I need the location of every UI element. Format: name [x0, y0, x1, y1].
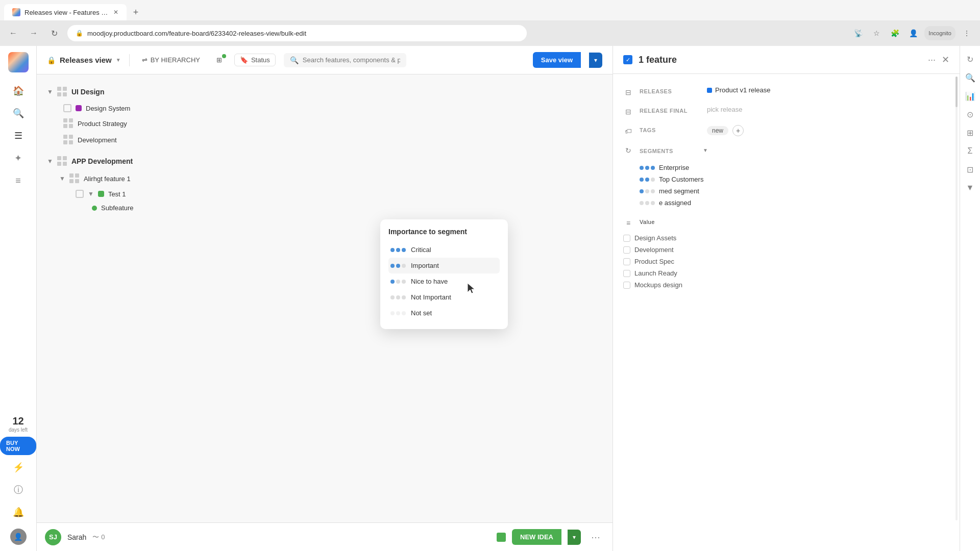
collapse-alirhgt[interactable]: ▼ — [59, 175, 65, 182]
view-dropdown-arrow[interactable]: ▼ — [116, 57, 121, 63]
back-button[interactable]: ← — [6, 26, 20, 40]
right-panel: ✓ 1 feature ··· ✕ ⊟ RELEASES Product v1 … — [612, 46, 960, 551]
filter-button[interactable]: ⊞ — [212, 54, 226, 66]
tab-favicon — [12, 8, 20, 16]
sidebar-item-search[interactable]: 🔍 — [8, 103, 29, 123]
importance-important-label: Important — [411, 262, 439, 269]
new-idea-dropdown-button[interactable]: ▾ — [568, 530, 581, 545]
hierarchy-button[interactable]: ⇌ BY HIERARCHY — [138, 54, 204, 66]
panel-scrollbar[interactable] — [955, 77, 958, 520]
status-button[interactable]: 🔖 Status — [234, 54, 276, 66]
new-tab-button[interactable]: + — [129, 5, 143, 19]
forward-button[interactable]: → — [27, 26, 41, 40]
feature-list-area: ▼ UI Design Design System — [37, 74, 612, 522]
save-view-dropdown-button[interactable]: ▾ — [589, 53, 602, 68]
sidebar-item-integrations[interactable]: ⚡ — [8, 457, 29, 478]
new-idea-button[interactable]: NEW IDEA — [512, 529, 561, 545]
tab-close-icon[interactable]: ✕ — [113, 9, 118, 16]
tag-badge-new[interactable]: new — [707, 126, 728, 135]
segment-enterprise: Enterprise — [640, 162, 949, 173]
importance-not-set-label: Not set — [411, 309, 432, 317]
importance-item-nice-to-have[interactable]: Nice to have — [388, 273, 500, 289]
right-sidebar-icon-dropdown[interactable]: ▼ — [963, 181, 977, 195]
panel-releases-value: Product v1 release — [707, 86, 770, 94]
sidebar-item-filter[interactable]: ≡ — [8, 170, 29, 191]
cast-icon[interactable]: 📡 — [851, 26, 865, 40]
sidebar-item-help[interactable]: ⓘ — [8, 480, 29, 500]
menu-icon[interactable]: ⋮ — [960, 26, 974, 40]
panel-release-final-row: ⊟ RELEASE FINAL pick release — [613, 102, 960, 121]
group-icon — [57, 87, 67, 97]
group-app-collapse-icon[interactable]: ▼ — [47, 158, 53, 165]
group-name-app-development: APP Development — [71, 157, 133, 165]
view-title: Releases view — [60, 56, 112, 64]
active-tab[interactable]: Releases view - Features | Produ... ✕ — [4, 4, 127, 20]
lock-icon: 🔒 — [47, 56, 56, 64]
search-bar[interactable]: 🔍 — [284, 53, 406, 67]
importance-item-critical[interactable]: Critical — [388, 242, 500, 258]
bottom-avatar[interactable]: SJ — [45, 529, 61, 545]
panel-scroll-area: ⊟ RELEASES Product v1 release ⊟ RELEASE … — [613, 74, 960, 551]
extensions-icon[interactable]: 🧩 — [888, 26, 902, 40]
panel-release-final-label: RELEASE FINAL — [640, 108, 701, 114]
sidebar-avatar[interactable]: 👤 — [10, 529, 27, 545]
segment-assigned: e assigned — [640, 197, 949, 209]
panel-checkbox[interactable]: ✓ — [623, 55, 632, 64]
panel-tags-icon: 🏷 — [623, 126, 633, 136]
right-sidebar-icon-1[interactable]: ↻ — [963, 52, 977, 66]
importance-dropdown[interactable]: Importance to segment Critical Important… — [380, 219, 508, 329]
notification-count: 0 — [101, 533, 105, 541]
right-sidebar-icon-2[interactable]: 🔍 — [963, 70, 977, 85]
value-list: Design Assets Development Product Spec L… — [613, 232, 960, 291]
right-sidebar-icon-4[interactable]: ⊙ — [963, 107, 977, 121]
importance-item-not-set[interactable]: Not set — [388, 305, 500, 321]
group-collapse-icon[interactable]: ▼ — [47, 88, 53, 95]
release-dot — [707, 88, 712, 93]
reload-button[interactable]: ↻ — [47, 26, 61, 40]
collapse-test1[interactable]: ▼ — [88, 190, 94, 197]
panel-segments-icon: ↻ — [623, 145, 633, 156]
value-item-launch-ready: Launch Ready — [613, 267, 960, 279]
segments-dropdown-arrow[interactable]: ▼ — [703, 147, 708, 153]
right-sidebar-icon-3[interactable]: 📊 — [963, 89, 977, 103]
right-sidebar-icon-5[interactable]: ⊞ — [963, 126, 977, 140]
tag-add-button[interactable]: + — [732, 125, 744, 136]
panel-release-final-value: pick release — [707, 106, 742, 113]
hierarchy-label: BY HIERARCHY — [151, 56, 200, 64]
panel-value-icon: ≡ — [623, 218, 633, 228]
browser-chrome: Releases view - Features | Produ... ✕ + … — [0, 0, 980, 46]
app-logo[interactable] — [8, 52, 29, 72]
url-bar[interactable]: 🔒 moodjoy.productboard.com/feature-board… — [67, 25, 527, 41]
panel-more-icon[interactable]: ··· — [928, 55, 936, 65]
value-item-development: Development — [613, 244, 960, 256]
checkbox-test1[interactable] — [76, 190, 84, 198]
bottom-more-icon[interactable]: ⋯ — [587, 532, 604, 543]
right-sidebar-icon-6[interactable]: Σ — [963, 144, 977, 158]
importance-item-important[interactable]: Important — [388, 258, 500, 273]
feature-name-design-system: Design System — [86, 105, 130, 112]
panel-release-final-icon: ⊟ — [623, 107, 633, 117]
save-view-button[interactable]: Save view — [533, 52, 581, 68]
right-sidebar-icon-7[interactable]: ⊡ — [963, 162, 977, 177]
bookmark-icon[interactable]: ☆ — [869, 26, 884, 40]
trial-unit: days left — [9, 427, 28, 433]
search-input[interactable] — [303, 56, 400, 64]
panel-close-icon[interactable]: ✕ — [942, 54, 949, 65]
buy-now-button[interactable]: BUY NOW — [0, 437, 36, 455]
status-label: Status — [251, 56, 270, 64]
sidebar-item-home[interactable]: 🏠 — [8, 81, 29, 101]
notification-icon[interactable]: 〜 0 — [92, 533, 105, 542]
profile-icon[interactable]: 👤 — [906, 26, 920, 40]
dot-subfeature — [92, 206, 97, 211]
sidebar-item-list[interactable]: ☰ — [8, 126, 29, 146]
sidebar-icons: 🏠 🔍 ☰ ✦ ≡ 12 days left BUY NOW ⚡ ⓘ 🔔 👤 — [0, 46, 37, 551]
feature-checkbox-design-system[interactable] — [63, 104, 71, 112]
panel-title: 1 feature — [639, 55, 922, 65]
divider-1 — [129, 54, 130, 66]
importance-critical-label: Critical — [411, 246, 431, 254]
sidebar-item-notifications[interactable]: 🔔 — [8, 502, 29, 522]
importance-item-not-important[interactable]: Not Important — [388, 289, 500, 305]
pick-release-text: pick release — [707, 106, 742, 113]
sidebar-item-star[interactable]: ✦ — [8, 148, 29, 168]
segment-enterprise-name: Enterprise — [659, 164, 689, 171]
